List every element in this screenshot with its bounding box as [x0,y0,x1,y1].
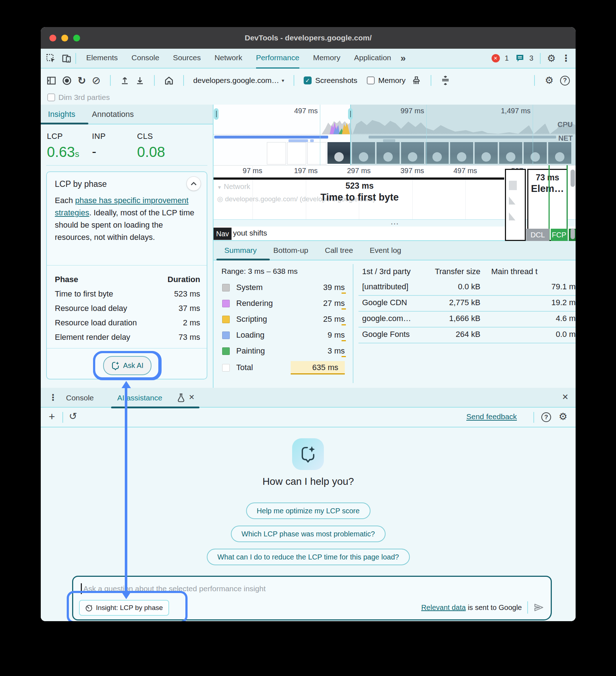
dim-3rd-parties-checkbox[interactable] [47,93,55,101]
divider [110,75,111,86]
loading-swatch [222,332,230,339]
memory-checkbox[interactable] [367,76,375,84]
tab-bottom-up[interactable]: Bottom-up [273,246,308,255]
caret-down-icon: ▼ [217,185,222,190]
tab-network[interactable]: Network [215,48,242,67]
painting-swatch [222,347,230,355]
close-ai-tab-icon[interactable]: ✕ [189,393,195,401]
tab-sources[interactable]: Sources [173,48,201,67]
card-title: LCP by phase [55,179,107,189]
lcp-by-phase-card: LCP by phase Each phase has specific imp… [46,171,207,379]
suggestion-chip[interactable]: Help me optimize my LCP score [246,502,370,519]
close-window-button[interactable] [49,35,56,41]
lcp-label: LCP [47,132,79,141]
table-row[interactable]: Google CDN 2,775 kB 19.2 m [358,295,576,312]
total-swatch [222,364,230,372]
performance-timeline: 497 ms 997 ms 1,497 ms CPU NET 97 ms 197… [214,105,576,388]
drawer-kebab-icon[interactable]: ⋮ [49,392,57,403]
system-swatch [222,284,230,291]
new-chat-icon[interactable]: + [49,411,55,423]
col-phase: Phase [55,275,78,284]
details-tabs: Summary Bottom-up Call tree Event log [214,241,576,260]
clear-icon[interactable]: ⊘ [92,74,100,87]
suggestion-chip[interactable]: Which LCP phase was most problematic? [231,526,386,542]
filmstrip-thumbnail [267,142,286,164]
tab-event-log[interactable]: Event log [370,246,401,255]
tab-application[interactable]: Application [354,48,391,67]
divider [46,165,207,166]
cls-value: 0.08 [137,144,165,160]
ttfb-label: Time to first byte [287,192,432,203]
tab-elements[interactable]: Elements [86,48,118,67]
reload-record-icon[interactable]: ↻ [78,75,86,87]
scripting-swatch [222,316,230,323]
tab-memory[interactable]: Memory [313,48,340,67]
divider [431,75,431,86]
record-icon[interactable] [62,76,72,85]
metric-cls: CLS 0.08 [137,132,165,160]
insights-sidebar: Insights Annotations LCP 0.63s INP - CLS… [41,105,214,388]
selection-handle-right[interactable] [348,108,353,120]
ruler-tick: 497 ms [453,167,477,175]
tab-performance[interactable]: Performance [256,48,299,69]
tab-ai-assistance[interactable]: AI assistance [117,388,162,408]
garbage-collect-icon[interactable] [412,76,421,85]
divider [183,75,184,86]
memory-label: Memory [378,76,406,85]
kebab-menu-icon[interactable]: ⋮ [562,53,571,63]
more-tabs-icon[interactable]: » [400,53,405,64]
history-icon[interactable]: ↺ [69,411,77,422]
devtools-window: DevTools - developers.google.com/ Elemen… [41,27,576,621]
tab-call-tree[interactable]: Call tree [325,246,353,255]
insights-tab-underline [41,123,88,124]
disclaimer: Relevant data is sent to Google [421,603,522,612]
send-icon[interactable] [533,603,544,612]
divider [47,348,207,348]
metric-inp: INP - [92,132,106,159]
tab-drawer-console[interactable]: Console [66,388,94,408]
ai-settings-gear-icon[interactable]: ⚙ [559,411,567,422]
zoom-window-button[interactable] [73,35,80,41]
tab-summary[interactable]: Summary [224,246,257,255]
download-profile-icon[interactable] [135,76,145,85]
help-icon[interactable]: ? [560,76,570,85]
screenshots-checkbox[interactable]: ✓ [304,76,312,84]
panel-settings-gear-icon[interactable]: ⚙ [545,75,554,86]
send-feedback-link[interactable]: Send feedback [466,412,517,421]
tab-annotations[interactable]: Annotations [92,110,134,119]
upload-profile-icon[interactable] [120,76,129,85]
minimize-window-button[interactable] [61,35,68,41]
ai-help-icon[interactable]: ? [541,412,551,422]
origin-select[interactable]: developers.google.com… ▾ [193,76,284,85]
relevant-data-link[interactable]: Relevant data [421,603,466,611]
drawer-action-row: + ↺ Send feedback ? ⚙ [41,408,576,427]
inp-label: INP [92,132,106,141]
home-icon[interactable] [164,76,174,85]
table-row[interactable]: google.com… 1,666 kB 4.6 m [358,311,576,328]
selection-handle-left[interactable] [214,108,219,120]
timeline-overview[interactable]: 497 ms 997 ms 1,497 ms CPU NET [214,105,576,166]
collapse-tracks-icon[interactable] [441,75,450,85]
scrollbar-thumb[interactable] [571,170,575,187]
annotation-arrowhead-down [122,592,131,599]
close-drawer-icon[interactable]: ✕ [562,392,568,402]
inspect-icon[interactable] [46,53,56,63]
suggestion-chip[interactable]: What can I do to reduce the LCP time for… [207,549,410,565]
error-badge-icon[interactable]: ✕ [492,54,500,62]
table-row[interactable]: [unattributed] 0.0 kB 79.1 m [358,279,576,296]
table-row[interactable]: Google Fonts 264 kB 0.0 m [358,327,576,343]
device-toolbar-icon[interactable] [62,53,72,63]
toggle-sidebar-icon[interactable] [47,76,56,85]
issues-icon[interactable] [515,54,524,62]
ai-greeting: How can I help you? [41,476,576,487]
overview-tick: 1,497 ms [484,107,531,115]
performance-toolbar: ↻ ⊘ developers.google.com… ▾ ✓ Screensho… [41,69,576,92]
tab-console[interactable]: Console [132,48,159,67]
collapse-card-button[interactable] [186,176,201,191]
scrollbar-thumb[interactable] [571,228,575,239]
table-row: Element render delay73 ms [55,330,200,344]
settings-gear-icon[interactable]: ⚙ [547,53,556,64]
tab-insights[interactable]: Insights [48,110,75,119]
elem-value: 73 ms [528,173,567,183]
divider [154,75,155,86]
